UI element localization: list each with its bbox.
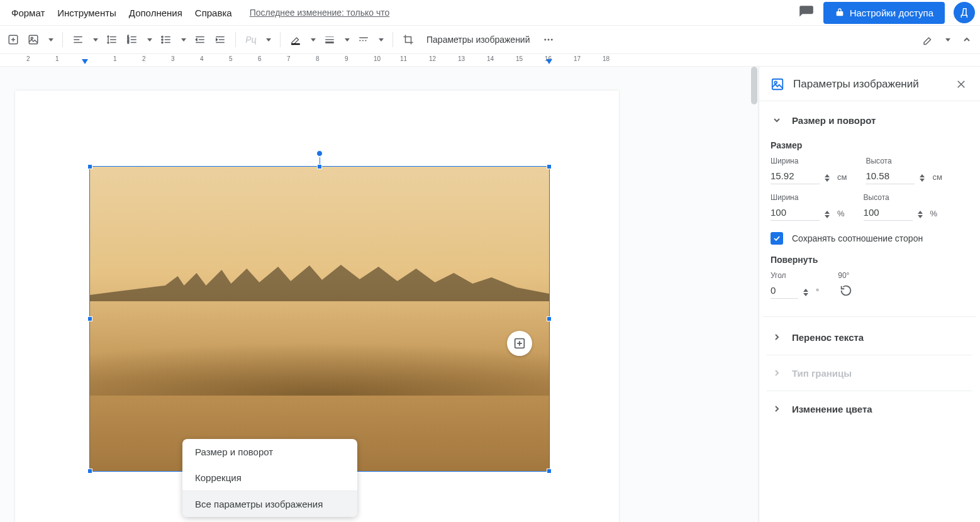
cm-adjustments[interactable]: Коррекция: [182, 465, 357, 491]
resize-handle-ml[interactable]: [87, 316, 92, 321]
unit-deg: °: [816, 287, 819, 296]
height-pct-label: Высота: [864, 193, 938, 202]
rotate-90-button[interactable]: [838, 282, 854, 299]
menu-bar: Формат Инструменты Дополнения Справка По…: [0, 0, 980, 25]
menu-help[interactable]: Справка: [189, 4, 238, 22]
resize-handle-mr[interactable]: [547, 316, 552, 321]
ruler-tick: 15: [516, 55, 523, 62]
ruler-tick: 11: [400, 55, 407, 62]
comment-icon[interactable]: [798, 4, 815, 21]
bullet-list-icon[interactable]: [157, 30, 175, 49]
width-pct-input[interactable]: [771, 204, 820, 221]
chevron-right-icon: [771, 331, 783, 343]
toolbar: 123 Рц Параметры изображений: [0, 25, 980, 54]
width-pct-stepper[interactable]: [825, 211, 832, 218]
svg-point-11: [547, 39, 549, 41]
more-icon[interactable]: [539, 30, 558, 49]
image-options-button[interactable]: Параметры изображений: [420, 31, 537, 48]
ruler-tick: 7: [287, 55, 291, 62]
lock-aspect-checkbox[interactable]: [771, 232, 783, 245]
vertical-scrollbar[interactable]: [750, 67, 759, 522]
height-pct-stepper[interactable]: [918, 211, 925, 218]
height-cm-stepper[interactable]: [920, 174, 927, 182]
canvas-area[interactable]: Размер и поворот Коррекция Все параметры…: [0, 67, 759, 522]
svg-point-2: [31, 37, 33, 39]
cm-all-options[interactable]: Все параметры изображения: [182, 491, 357, 517]
scrollbar-thumb[interactable]: [751, 67, 757, 104]
width-cm-stepper[interactable]: [825, 174, 832, 182]
last-edit-link[interactable]: Последнее изменение: только что: [250, 8, 390, 18]
indent-icon[interactable]: [211, 30, 230, 49]
outdent-icon[interactable]: [191, 30, 209, 49]
svg-rect-1: [29, 35, 38, 44]
border-color-dropdown-icon[interactable]: [306, 30, 319, 49]
border-color-icon[interactable]: [286, 30, 305, 49]
horizontal-ruler[interactable]: 2 1 1 2 3 4 5 6 7 8 9 10 11 12 13 14 15 …: [0, 54, 980, 67]
height-pct-input[interactable]: [864, 204, 913, 221]
align-icon[interactable]: [69, 30, 87, 49]
resize-handle-tr[interactable]: [547, 164, 552, 169]
resize-handle-br[interactable]: [547, 469, 552, 474]
section-size-rotate-header[interactable]: Размер и поворот: [771, 105, 969, 135]
ruler-tick: 1: [55, 55, 59, 62]
image-options-panel: Параметры изображений Размер и поворот Р…: [759, 67, 980, 522]
ruler-tick: 8: [316, 55, 320, 62]
ruler-tick: 4: [200, 55, 204, 62]
image-panel-icon: [771, 77, 784, 91]
svg-rect-9: [291, 43, 300, 45]
svg-point-10: [544, 39, 546, 41]
bullet-list-dropdown-icon[interactable]: [177, 30, 189, 49]
align-dropdown-icon[interactable]: [89, 30, 101, 49]
border-dash-icon[interactable]: [354, 30, 373, 49]
border-weight-icon[interactable]: [320, 30, 339, 49]
collapse-toolbar-icon[interactable]: [957, 30, 976, 49]
chevron-down-icon: [771, 114, 783, 126]
angle-input[interactable]: [771, 282, 798, 299]
rotate-handle-icon[interactable]: [316, 150, 323, 157]
ruler-tick: 5: [229, 55, 233, 62]
selected-image[interactable]: [89, 166, 550, 472]
lock-aspect-label: Сохранять соотношение сторон: [792, 233, 923, 243]
ruler-tick: 2: [26, 55, 30, 62]
panel-close-button[interactable]: [954, 77, 969, 92]
chevron-right-icon: [771, 367, 783, 379]
cm-size-rotate[interactable]: Размер и поворот: [182, 439, 357, 465]
svg-point-7: [162, 39, 163, 40]
menu-tools[interactable]: Инструменты: [51, 4, 123, 22]
resize-handle-tl[interactable]: [87, 164, 92, 169]
resize-handle-bl[interactable]: [87, 469, 92, 474]
ruler-tick: 10: [374, 55, 381, 62]
section-recolor-header[interactable]: Изменение цвета: [763, 391, 976, 426]
resize-handle-mt[interactable]: [317, 164, 322, 169]
share-button[interactable]: Настройки доступа: [823, 2, 945, 24]
border-dash-dropdown-icon[interactable]: [374, 30, 387, 49]
border-weight-dropdown-icon[interactable]: [340, 30, 353, 49]
width-cm-input[interactable]: [771, 168, 820, 184]
editing-mode-dropdown-icon[interactable]: [941, 30, 954, 49]
angle-stepper[interactable]: [803, 289, 811, 296]
add-comment-fab[interactable]: [507, 331, 532, 356]
height-cm-input[interactable]: [866, 168, 915, 184]
clear-format-icon[interactable]: Рц: [242, 30, 260, 49]
lock-icon: [835, 8, 845, 18]
account-avatar[interactable]: Д: [954, 2, 975, 23]
menu-format[interactable]: Формат: [5, 4, 51, 22]
svg-rect-20: [772, 79, 783, 90]
section-border-type-header[interactable]: Тип границы: [763, 355, 976, 391]
line-spacing-icon[interactable]: [103, 30, 121, 49]
numbered-list-dropdown-icon[interactable]: [143, 30, 155, 49]
numbered-list-icon[interactable]: 123: [123, 30, 142, 49]
indent-marker-right-icon[interactable]: [546, 59, 552, 64]
menu-addons[interactable]: Дополнения: [123, 4, 189, 22]
image-dropdown-icon[interactable]: [44, 30, 57, 49]
crop-icon[interactable]: [399, 30, 418, 49]
svg-point-6: [162, 36, 163, 37]
image-icon[interactable]: [24, 30, 43, 49]
section-text-wrap-header[interactable]: Перенос текста: [763, 319, 976, 355]
insert-icon[interactable]: [4, 30, 23, 49]
indent-marker-left-icon[interactable]: [82, 59, 88, 64]
editing-mode-icon[interactable]: [918, 30, 937, 49]
ruler-tick: 12: [429, 55, 436, 62]
angle-label: Угол: [771, 271, 819, 280]
clear-format-dropdown-icon[interactable]: [262, 30, 274, 49]
